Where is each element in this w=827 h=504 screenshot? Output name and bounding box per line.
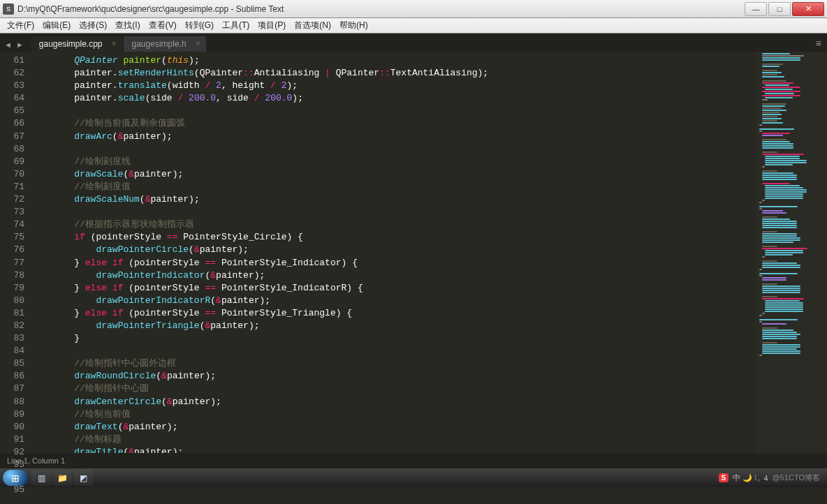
code-line: //绘制当前值及剩余值圆弧 bbox=[52, 117, 756, 130]
code-line: drawPointerIndicatorR(&painter); bbox=[52, 295, 756, 307]
code-content[interactable]: QPainter painter(this); painter.setRende… bbox=[31, 52, 756, 453]
taskbar-app-folder[interactable]: 📁 bbox=[52, 470, 72, 486]
taskbar-app-explorer[interactable]: ▥ bbox=[31, 470, 51, 486]
code-line: //绘制当前值 bbox=[52, 408, 756, 421]
menu-item[interactable]: 工具(T) bbox=[218, 20, 254, 31]
window-titlebar: S D:\myQt\QFramework\quc\designer\src\ga… bbox=[0, 0, 827, 18]
menu-item[interactable]: 首选项(N) bbox=[290, 20, 335, 31]
code-line: //绘制刻度值 bbox=[52, 181, 756, 193]
menu-item[interactable]: 转到(G) bbox=[181, 20, 218, 31]
line-number-gutter: 61 62 63 64 65 66 67 68 69 70 71 72 73 7… bbox=[0, 52, 31, 453]
code-line: painter.translate(width / 2, height / 2)… bbox=[52, 80, 756, 92]
tab-label: gaugesimple.cpp bbox=[39, 39, 103, 49]
menu-item[interactable]: 项目(P) bbox=[254, 20, 290, 31]
hamburger-icon[interactable]: ≡ bbox=[816, 38, 827, 52]
menu-item[interactable]: 编辑(E) bbox=[38, 20, 75, 31]
code-line: //绘制标题 bbox=[52, 433, 756, 446]
window-close-button[interactable]: ✕ bbox=[792, 2, 824, 16]
code-line: QPainter painter(this); bbox=[52, 54, 756, 67]
code-line bbox=[52, 206, 756, 218]
watermark: @51CTO博客 bbox=[773, 473, 820, 483]
code-line: drawTitle(&painter); bbox=[52, 446, 756, 453]
menu-item[interactable]: 查看(V) bbox=[145, 20, 181, 31]
editor-area: 61 62 63 64 65 66 67 68 69 70 71 72 73 7… bbox=[0, 52, 827, 453]
ime-status[interactable]: 中 🌙 ⁝, bbox=[733, 473, 759, 483]
code-line: drawScaleNum(&painter); bbox=[52, 193, 756, 206]
code-line: } else if (pointerStyle == PointerStyle_… bbox=[52, 257, 756, 269]
code-line: drawArc(&painter); bbox=[52, 131, 756, 143]
code-line: drawText(&painter); bbox=[52, 421, 756, 433]
menu-item[interactable]: 查找(I) bbox=[111, 20, 144, 31]
code-line: painter.scale(side / 200.0, side / 200.0… bbox=[52, 92, 756, 105]
tray-count: 4 bbox=[763, 474, 768, 482]
menu-item[interactable]: 文件(F) bbox=[3, 20, 38, 31]
code-line bbox=[52, 143, 756, 156]
menu-item[interactable]: 选择(S) bbox=[75, 20, 111, 31]
ime-badge[interactable]: S bbox=[719, 473, 729, 482]
window-title: D:\myQt\QFramework\quc\designer\src\gaug… bbox=[17, 4, 743, 14]
code-line: drawCenterCircle(&painter); bbox=[52, 396, 756, 408]
code-line: drawRoundCircle(&painter); bbox=[52, 370, 756, 383]
menu-item[interactable]: 帮助(H) bbox=[335, 20, 372, 31]
app-icon: S bbox=[3, 3, 14, 15]
nav-back-icon[interactable]: ◄ bbox=[4, 40, 16, 52]
code-line: drawScale(&painter); bbox=[52, 168, 756, 181]
file-tab[interactable]: gaugesimple.cpp× bbox=[31, 36, 122, 52]
code-line: } else if (pointerStyle == PointerStyle_… bbox=[52, 307, 756, 320]
code-line: painter.setRenderHints(QPainter::Antiali… bbox=[52, 67, 756, 80]
close-icon[interactable]: × bbox=[196, 39, 200, 47]
taskbar-app-generic[interactable]: ◩ bbox=[73, 470, 93, 486]
code-line: //绘制指针中心圆外边框 bbox=[52, 357, 756, 370]
minimap[interactable] bbox=[756, 52, 827, 453]
code-line bbox=[52, 345, 756, 357]
nav-forward-icon[interactable]: ► bbox=[16, 40, 31, 52]
code-line: //绘制指针中心圆 bbox=[52, 383, 756, 395]
window-minimize-button[interactable]: — bbox=[745, 2, 767, 16]
os-taskbar: ⊞ ▥ 📁 ◩ S 中 🌙 ⁝, 4 @51CTO博客 bbox=[0, 468, 827, 487]
code-line: //根据指示器形状绘制指示器 bbox=[52, 218, 756, 231]
system-tray: S 中 🌙 ⁝, 4 @51CTO博客 bbox=[719, 473, 824, 483]
code-line: } else if (pointerStyle == PointerStyle_… bbox=[52, 282, 756, 295]
menubar: 文件(F)编辑(E)选择(S)查找(I)查看(V)转到(G)工具(T)项目(P)… bbox=[0, 18, 827, 34]
tab-row: ◄ ► gaugesimple.cpp×gaugesimple.h× ≡ bbox=[0, 34, 827, 52]
close-icon[interactable]: × bbox=[112, 39, 116, 47]
code-line: drawPointerTriangle(&painter); bbox=[52, 320, 756, 332]
window-maximize-button[interactable]: □ bbox=[768, 2, 791, 16]
file-tab[interactable]: gaugesimple.h× bbox=[124, 36, 206, 52]
code-line: //绘制刻度线 bbox=[52, 156, 756, 168]
status-bar: Line 1, Column 1 bbox=[0, 453, 827, 468]
cursor-position: Line 1, Column 1 bbox=[7, 457, 65, 465]
code-line: } bbox=[52, 332, 756, 345]
start-button[interactable]: ⊞ bbox=[3, 470, 28, 486]
code-line: drawPointerIndicator(&painter); bbox=[52, 269, 756, 282]
code-line bbox=[52, 105, 756, 117]
code-line: drawPointerCircle(&painter); bbox=[52, 244, 756, 256]
tab-label: gaugesimple.h bbox=[132, 39, 186, 49]
code-line: if (pointerStyle == PointerStyle_Circle)… bbox=[52, 231, 756, 244]
